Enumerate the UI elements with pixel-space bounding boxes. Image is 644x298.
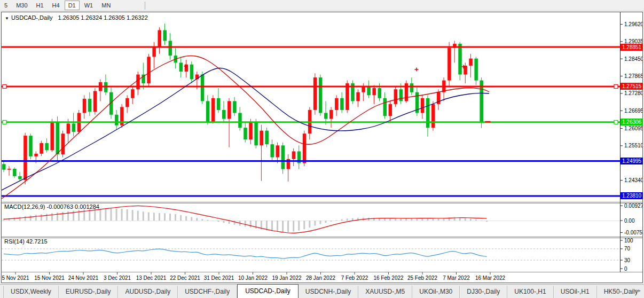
chart-tab-bar: USDX,WeeklyEURUSD-,DailyAUDUSD-,DailyUSD… xyxy=(0,284,644,298)
macd-bar xyxy=(389,218,391,221)
price-badge-1.28851: 1.28851 xyxy=(621,44,643,51)
hline-handle[interactable] xyxy=(3,84,6,88)
price-axis-label: 1.29620 xyxy=(624,21,642,27)
macd-bar xyxy=(481,221,482,221)
tab-usdcad-daily[interactable]: USDCAD-,Daily xyxy=(237,284,299,298)
tab-scroll-right-icon[interactable]: ▸ xyxy=(638,287,642,293)
macd-bar xyxy=(62,212,64,221)
candle-37 xyxy=(201,72,205,104)
date-label: 13 Dec 2021 xyxy=(136,275,167,281)
macd-bar xyxy=(30,215,32,221)
timeframe-button-w1[interactable]: W1 xyxy=(81,1,97,10)
tab-audusd-daily[interactable]: AUDUSD-,Daily xyxy=(118,286,178,298)
macd-bar xyxy=(175,214,176,221)
macd-bar xyxy=(164,213,166,221)
price-axis-label: 1.27280 xyxy=(624,90,642,96)
timeframe-button-d1[interactable]: D1 xyxy=(65,1,80,10)
macd-bar xyxy=(341,219,343,221)
hline-handle[interactable] xyxy=(614,120,618,124)
symbol-dropdown-icon[interactable]: ▼ xyxy=(5,16,9,21)
chart-ohlc-values: 1.26305 1.26324 1.26305 1.26322 xyxy=(58,14,148,21)
tab-dj30-daily[interactable]: DJ30-,Daily xyxy=(460,286,507,298)
price-badge-1.23810: 1.23810 xyxy=(621,192,643,199)
timeframe-button-m30[interactable]: M30 xyxy=(12,1,31,10)
date-label: 5 Nov 2021 xyxy=(2,275,29,281)
date-label: 24 Nov 2021 xyxy=(68,275,99,281)
macd-bar xyxy=(405,218,407,221)
macd-bar xyxy=(159,213,160,221)
candle-4 xyxy=(23,133,27,185)
price-badge-1.24995: 1.24995 xyxy=(621,158,643,164)
macd-bar xyxy=(116,209,117,221)
macd-bar xyxy=(293,221,294,231)
candle-9 xyxy=(50,119,54,152)
tab-usdx-weekly[interactable]: USDX,Weekly xyxy=(3,286,59,298)
macd-bar xyxy=(148,212,150,221)
timeframe-button-h1[interactable]: H1 xyxy=(33,1,48,10)
macd-bar xyxy=(475,219,477,221)
timeframe-button-h4[interactable]: H4 xyxy=(49,1,64,10)
macd-bar xyxy=(347,218,348,221)
macd-bar xyxy=(411,218,412,221)
hline-handle[interactable] xyxy=(614,84,618,88)
candle-39 xyxy=(211,95,215,123)
chart-canvas[interactable]: 1.296201.290351.284501.278651.272801.266… xyxy=(2,12,642,283)
date-label: 28 Jan 2022 xyxy=(306,275,335,281)
macd-bar xyxy=(438,218,439,221)
macd-bar xyxy=(25,216,26,221)
candle-27 xyxy=(147,54,151,87)
current-price-tick xyxy=(485,121,491,123)
macd-bar xyxy=(331,221,332,222)
hline-handle[interactable] xyxy=(3,120,6,124)
price-axis-label: 1.24340 xyxy=(624,177,642,183)
macd-bar xyxy=(282,221,284,232)
tab-uk100-h1[interactable]: UK100-,H1 xyxy=(507,286,553,298)
macd-bar xyxy=(486,221,488,222)
timeframe-button-5[interactable]: 5 xyxy=(1,1,11,10)
macd-bar xyxy=(196,218,198,221)
date-label: 16 Mar 2022 xyxy=(475,275,506,281)
macd-bar xyxy=(234,221,235,225)
macd-bar xyxy=(67,211,69,221)
macd-bar xyxy=(400,218,402,221)
macd-bar xyxy=(143,211,144,221)
macd-bar xyxy=(212,221,214,221)
macd-axis-label: -0.007504 xyxy=(624,230,642,236)
macd-bar xyxy=(277,221,278,232)
tab-usdchf-daily[interactable]: USDCHF-,Daily xyxy=(178,286,237,298)
macd-bar xyxy=(395,218,396,221)
tab-xauusd-m5[interactable]: XAUUSD-,M5 xyxy=(358,286,412,298)
macd-bar xyxy=(73,210,74,221)
tab-eurusd-daily[interactable]: EURUSD-,Daily xyxy=(59,286,119,298)
date-label: 25 Feb 2022 xyxy=(407,275,438,281)
price-badge-1.26306: 1.26306 xyxy=(621,119,643,126)
macd-bar xyxy=(99,209,101,221)
macd-bar xyxy=(137,211,139,221)
macd-bar xyxy=(314,221,316,226)
tab-ukoil-m30[interactable]: UKOil-,M30 xyxy=(412,286,460,298)
date-label: 15 Nov 2021 xyxy=(34,275,65,281)
macd-bar xyxy=(41,214,42,221)
date-label: 22 Dec 2021 xyxy=(170,275,200,281)
price-axis-label: 1.26095 xyxy=(624,126,642,131)
macd-axis-label: 0.009278 xyxy=(624,203,642,209)
date-label: 31 Dec 2021 xyxy=(204,275,234,281)
date-label: 3 Dec 2021 xyxy=(104,275,131,281)
date-label: 7 Feb 2022 xyxy=(341,275,368,281)
macd-bar xyxy=(218,221,219,222)
tab-usdcnh-daily[interactable]: USDCNH-,Daily xyxy=(299,286,358,298)
candle-5 xyxy=(29,134,33,159)
macd-bar xyxy=(223,221,225,223)
date-label: 19 Jan 2022 xyxy=(272,275,301,281)
chart-window[interactable]: 1.296201.290351.284501.278651.272801.266… xyxy=(1,12,643,283)
rsi-label: RSI(14) 42.7215 xyxy=(4,238,48,245)
macd-axis-label: 0.00 xyxy=(624,218,635,224)
macd-bar xyxy=(433,218,434,221)
price-axis-label: 1.27865 xyxy=(624,73,642,79)
macd-bar xyxy=(169,214,171,221)
candle-58 xyxy=(313,73,317,114)
tab-usoil-h1[interactable]: USOil-,H1 xyxy=(554,286,597,298)
tab-scroll-left-icon[interactable]: ◂ xyxy=(634,287,638,293)
timeframe-button-mn[interactable]: MN xyxy=(98,1,114,10)
macd-bar xyxy=(309,221,310,228)
